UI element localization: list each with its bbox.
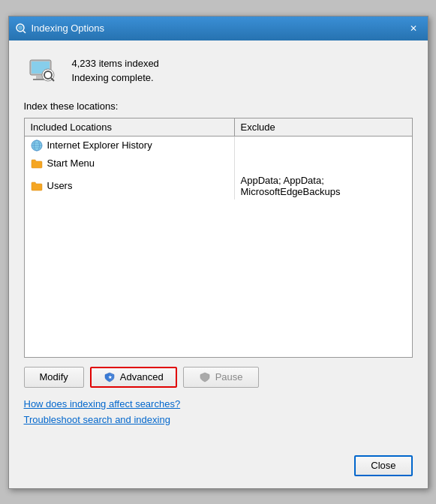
locations-table: Included Locations Exclude Internet	[24, 118, 413, 358]
table-cell-name: Start Menu	[25, 154, 235, 172]
pause-label: Pause	[215, 371, 243, 382]
main-content: 4,233 items indexed Indexing complete. I…	[9, 40, 428, 449]
table-row[interactable]: Users AppData; AppData; MicrosoftEdgeBac…	[25, 172, 412, 200]
advanced-button[interactable]: ★ Advanced	[90, 367, 177, 388]
table-cell-exclude	[235, 136, 412, 154]
close-window-button[interactable]: ✕	[405, 20, 422, 37]
locations-label: Index these locations:	[24, 100, 413, 112]
svg-point-2	[18, 26, 23, 30]
stats-text: 4,233 items indexed Indexing complete.	[72, 58, 159, 83]
advanced-label: Advanced	[120, 371, 164, 382]
window-title: Indexing Options	[32, 22, 405, 34]
title-bar: Indexing Options ✕	[9, 16, 428, 40]
table-cell-exclude: AppData; AppData; MicrosoftEdgeBackups	[235, 172, 412, 200]
buttons-row: Modify ★ Advanced Pause	[24, 367, 413, 388]
svg-line-1	[23, 31, 26, 33]
items-count: 4,233 items indexed	[72, 58, 159, 69]
troubleshoot-link[interactable]: Troubleshoot search and indexing	[24, 414, 413, 425]
table-cell-exclude	[235, 154, 412, 172]
col-header-included: Included Locations	[25, 118, 235, 136]
window-icon	[15, 22, 27, 34]
indexing-options-window: Indexing Options ✕ 4,233 items	[8, 16, 428, 489]
how-indexing-link[interactable]: How does indexing affect searches?	[24, 398, 413, 410]
pause-shield-icon	[199, 371, 211, 383]
table-body: Internet Explorer History Start Menu	[25, 136, 412, 200]
col-header-exclude: Exclude	[235, 118, 412, 136]
table-header: Included Locations Exclude	[25, 118, 412, 136]
table-row[interactable]: Start Menu	[25, 154, 412, 172]
globe-icon	[31, 140, 43, 152]
row-name: Start Menu	[47, 158, 95, 169]
table-cell-name: Users	[25, 172, 235, 200]
row-name: Users	[47, 180, 73, 191]
table-row[interactable]: Internet Explorer History	[25, 136, 412, 154]
table-cell-name: Internet Explorer History	[25, 136, 235, 154]
index-status: Indexing complete.	[72, 72, 159, 83]
close-button[interactable]: Close	[354, 455, 412, 476]
folder-icon	[31, 158, 43, 170]
modify-button[interactable]: Modify	[24, 367, 84, 388]
footer: Close	[9, 449, 428, 488]
pause-button[interactable]: Pause	[183, 367, 259, 388]
row-name: Internet Explorer History	[47, 140, 152, 151]
shield-icon: ★	[104, 371, 116, 383]
folder-icon	[31, 180, 43, 192]
links-area: How does indexing affect searches? Troub…	[24, 398, 413, 425]
svg-line-9	[51, 78, 54, 81]
search-large-icon	[24, 52, 60, 88]
stats-area: 4,233 items indexed Indexing complete.	[24, 52, 413, 88]
